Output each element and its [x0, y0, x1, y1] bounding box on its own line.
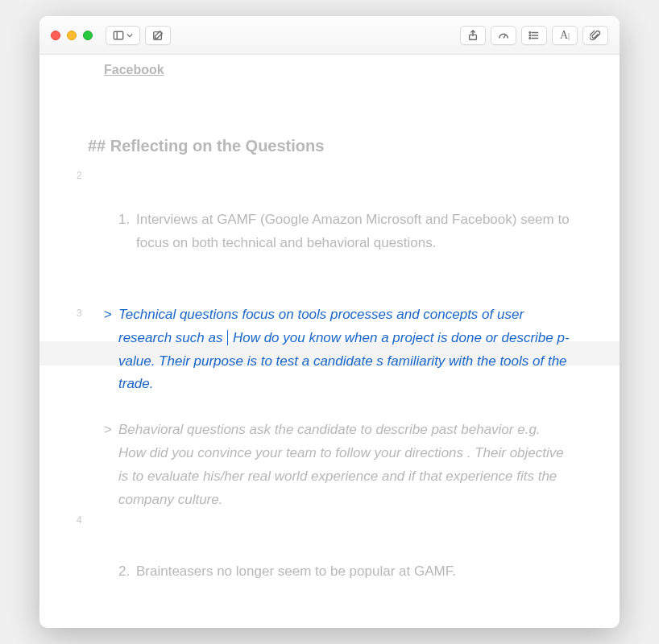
list-item-text: Brainteasers no longer seem to be popula…	[136, 564, 456, 579]
list-number: 1.	[118, 208, 136, 232]
line-number: 4	[77, 514, 560, 526]
toolbar-right: A|	[460, 26, 608, 45]
close-window-button[interactable]	[51, 31, 60, 40]
compose-icon	[152, 30, 164, 41]
line-number: 2	[77, 170, 560, 181]
gauge-icon	[498, 30, 509, 41]
svg-line-4	[504, 35, 506, 38]
window-controls	[51, 31, 93, 40]
toolbar-left	[106, 26, 171, 45]
stats-button[interactable]	[491, 26, 516, 45]
zoom-window-button[interactable]	[83, 31, 93, 40]
editor-content[interactable]: Facebook 2 ## Reflecting on the Question…	[39, 55, 620, 628]
blockquote[interactable]: > Behavioral questions ask the candidate…	[88, 419, 571, 512]
document-page: Facebook 2 ## Reflecting on the Question…	[39, 63, 620, 608]
minimize-window-button[interactable]	[67, 31, 77, 40]
svg-rect-0	[114, 31, 122, 39]
compose-button[interactable]	[145, 26, 171, 45]
chevron-down-icon	[126, 30, 133, 41]
blockquote-active[interactable]: > Technical questions focus on tools pro…	[88, 303, 571, 397]
breadcrumb-link[interactable]: Facebook	[104, 63, 571, 77]
outline-button[interactable]	[521, 26, 547, 45]
section-heading[interactable]: ## Reflecting on the Questions	[88, 137, 571, 155]
sidebar-icon	[113, 30, 124, 41]
attachments-button[interactable]	[582, 26, 608, 45]
paperclip-icon	[590, 30, 601, 41]
list-item-text: Interviews at GAMF (Google Amazon Micros…	[136, 212, 570, 250]
svg-point-8	[529, 31, 530, 32]
list-item[interactable]: 1.Interviews at GAMF (Google Amazon Micr…	[88, 208, 571, 255]
svg-point-10	[529, 37, 530, 38]
svg-point-9	[529, 35, 530, 35]
list-icon	[528, 30, 540, 41]
format-button[interactable]: A|	[552, 26, 578, 45]
format-icon: A|	[560, 29, 570, 42]
list-number: 2.	[118, 560, 136, 584]
list-item[interactable]: 2.Brainteasers no longer seem to be popu…	[88, 560, 571, 584]
quote-marker: >	[104, 419, 112, 442]
quote-marker: >	[104, 303, 112, 327]
share-button[interactable]	[460, 26, 486, 45]
share-icon	[467, 30, 479, 41]
sidebar-toggle-button[interactable]	[106, 26, 140, 45]
titlebar: A|	[39, 16, 620, 55]
app-window: A| Facebook 2 ## Reflecting on the Quest…	[39, 16, 620, 628]
quote-text: Behavioral questions ask the candidate t…	[118, 422, 564, 507]
